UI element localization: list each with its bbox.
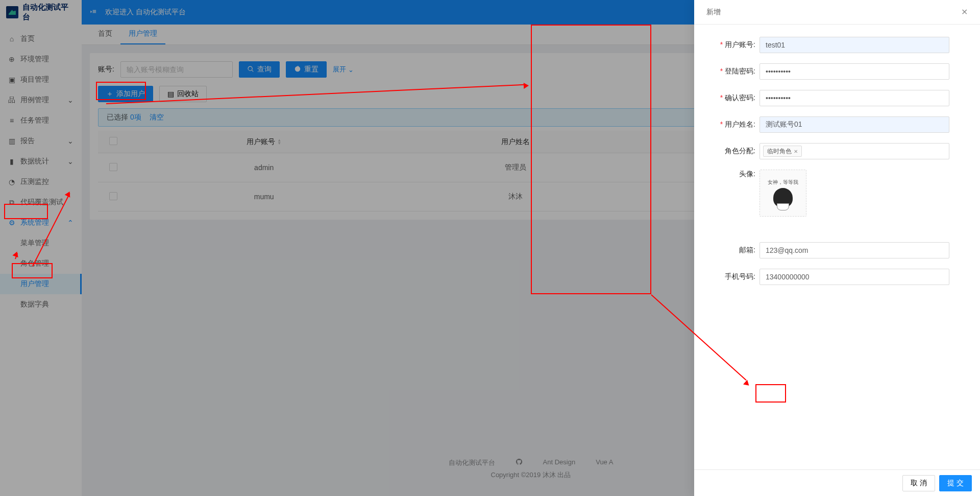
input-email[interactable] [760, 242, 949, 258]
role-tag: 临时角色✕ [763, 146, 802, 157]
close-icon[interactable]: ✕ [961, 7, 968, 17]
drawer-title: 新增 [706, 8, 721, 17]
drawer-header: 新增 ✕ [694, 0, 980, 25]
drawer-footer: 取 消 提 交 [694, 469, 980, 496]
avatar-image [773, 188, 793, 207]
input-confirm[interactable] [760, 90, 949, 106]
input-password[interactable] [760, 63, 949, 80]
label-phone: 手机号码: [725, 272, 755, 280]
label-password: 登陆密码: [725, 67, 755, 75]
input-phone[interactable] [760, 269, 949, 285]
cancel-button[interactable]: 取 消 [902, 475, 935, 491]
drawer-body: *用户账号: *登陆密码: *确认密码: *用户姓名: 角色分配: 临时角色✕ [694, 25, 980, 469]
role-select[interactable]: 临时角色✕ [760, 143, 949, 159]
input-name[interactable] [760, 116, 949, 133]
label-account: 用户账号: [725, 40, 755, 49]
drawer: 新增 ✕ *用户账号: *登陆密码: *确认密码: *用户姓名: 角色分配: [694, 0, 980, 496]
label-avatar: 头像: [739, 170, 755, 178]
label-email: 邮箱: [739, 246, 755, 254]
label-role: 角色分配: [725, 147, 755, 155]
avatar-caption: 女神，等等我 [768, 179, 798, 186]
avatar-upload[interactable]: 女神，等等我 [760, 170, 806, 217]
input-account[interactable] [760, 37, 949, 53]
tag-remove-icon[interactable]: ✕ [794, 149, 798, 154]
label-confirm: 确认密码: [725, 93, 755, 102]
label-name: 用户姓名: [725, 120, 755, 128]
submit-button[interactable]: 提 交 [939, 475, 972, 491]
